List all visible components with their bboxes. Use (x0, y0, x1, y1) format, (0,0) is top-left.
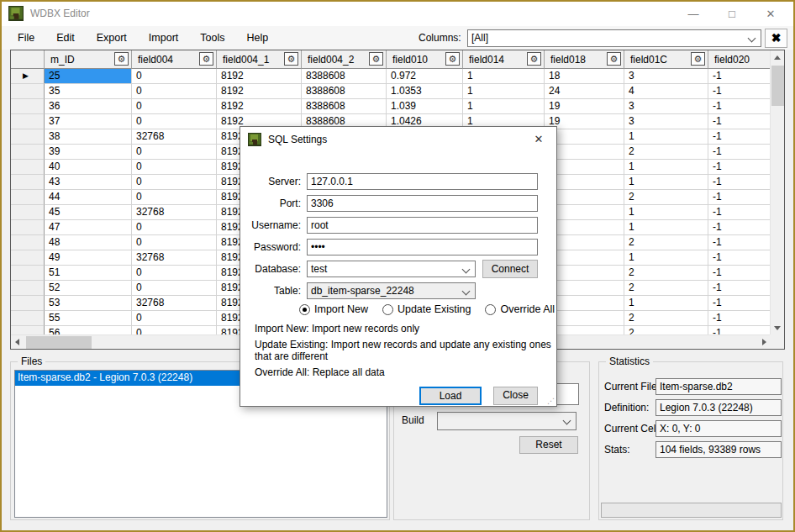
table-cell[interactable]: 39 (45, 145, 132, 160)
build-dropdown[interactable] (437, 412, 577, 430)
table-cell[interactable]: 0 (132, 175, 217, 190)
horizontal-scroll-thumb[interactable] (26, 336, 92, 349)
menu-item-tools[interactable]: Tools (189, 26, 235, 50)
menu-item-export[interactable]: Export (86, 26, 138, 50)
table-cell[interactable]: 8388608 (302, 99, 387, 114)
row-header-cell[interactable] (11, 296, 45, 311)
table-cell[interactable]: 0 (132, 145, 217, 160)
table-cell[interactable]: 19 (545, 99, 624, 114)
row-header-cell[interactable] (11, 190, 45, 205)
table-cell[interactable]: 43 (45, 175, 132, 190)
row-header-cell[interactable] (11, 311, 45, 326)
scroll-down-icon[interactable] (774, 326, 781, 330)
table-cell[interactable]: -1 (708, 160, 770, 175)
table-cell[interactable]: 0.972 (387, 69, 463, 84)
table-cell[interactable]: 3 (624, 69, 708, 84)
column-header-field004[interactable]: field004⚙ (132, 50, 217, 69)
dialog-close-button[interactable]: Close (493, 387, 538, 405)
row-header-cell[interactable] (11, 160, 45, 175)
table-cell[interactable]: 49 (45, 250, 132, 266)
username-field[interactable]: root (307, 217, 538, 234)
table-cell[interactable]: 2 (624, 266, 708, 281)
table-cell[interactable]: 4 (624, 84, 708, 99)
row-header-cell[interactable] (11, 99, 45, 114)
column-header-field004_2[interactable]: field004_2⚙ (302, 50, 387, 69)
table-cell[interactable]: -1 (708, 114, 770, 129)
table-cell[interactable]: -1 (708, 235, 770, 250)
password-field[interactable]: •••• (307, 239, 538, 255)
table-cell[interactable]: -1 (708, 99, 770, 114)
column-header-m_ID[interactable]: m_ID⚙ (45, 50, 132, 69)
table-cell[interactable]: 0 (132, 114, 217, 129)
table-cell[interactable]: 3 (624, 99, 708, 114)
table-cell[interactable]: 2 (624, 145, 708, 160)
table-cell[interactable]: 1 (463, 69, 545, 84)
table-cell[interactable]: 0 (132, 266, 217, 281)
menu-item-edit[interactable]: Edit (45, 26, 86, 50)
column-header-field020[interactable]: field020 (708, 50, 770, 69)
table-cell[interactable]: 32768 (132, 250, 217, 266)
table-cell[interactable]: -1 (708, 266, 770, 281)
table-cell[interactable]: 1 (624, 220, 708, 235)
table-cell[interactable]: -1 (708, 326, 770, 334)
scroll-left-icon[interactable] (15, 339, 19, 345)
column-header-field014[interactable]: field014⚙ (463, 50, 545, 69)
row-header-cell[interactable] (11, 175, 45, 190)
table-cell[interactable]: 35 (45, 84, 132, 99)
vertical-scrollbar[interactable] (770, 50, 784, 335)
table-cell[interactable]: 1 (624, 296, 708, 311)
resize-grip-icon[interactable]: ⋰ (547, 397, 555, 405)
row-header-cell[interactable] (11, 205, 45, 220)
table-cell[interactable]: 45 (45, 205, 132, 220)
table-cell[interactable]: 0 (132, 326, 217, 334)
table-cell[interactable]: 18 (545, 69, 624, 84)
table-cell[interactable]: 2 (624, 235, 708, 250)
column-settings-gear-icon[interactable]: ⚙ (691, 52, 705, 66)
table-cell[interactable]: 8192 (217, 99, 302, 114)
table-cell[interactable]: 51 (45, 266, 132, 281)
radio-update-existing[interactable]: Update Existing (382, 303, 471, 315)
row-header-cell[interactable] (11, 114, 45, 129)
table-cell[interactable]: 44 (45, 190, 132, 205)
table-cell[interactable]: -1 (708, 296, 770, 311)
table-cell[interactable]: 1 (463, 84, 545, 99)
table-cell[interactable]: -1 (708, 250, 770, 266)
table-cell[interactable]: -1 (708, 311, 770, 326)
column-header-field004_1[interactable]: field004_1⚙ (217, 50, 302, 69)
table-cell[interactable]: -1 (708, 175, 770, 190)
table-cell[interactable]: 0 (132, 235, 217, 250)
port-field[interactable]: 3306 (307, 195, 538, 212)
table-cell[interactable]: 38 (45, 129, 132, 145)
table-cell[interactable]: -1 (708, 205, 770, 220)
scroll-up-icon[interactable] (774, 55, 781, 60)
table-cell[interactable]: 1 (624, 175, 708, 190)
reset-button[interactable]: Reset (519, 436, 578, 454)
menu-item-file[interactable]: File (7, 26, 45, 50)
table-cell[interactable]: 2 (624, 311, 708, 326)
table-cell[interactable]: 0 (132, 281, 217, 296)
table-cell[interactable]: 32768 (132, 296, 217, 311)
server-field[interactable]: 127.0.0.1 (307, 173, 538, 190)
table-cell[interactable]: 1 (624, 160, 708, 175)
table-cell[interactable]: 0 (132, 84, 217, 99)
table-cell[interactable]: 2 (624, 281, 708, 296)
table-cell[interactable]: 1 (624, 129, 708, 145)
table-cell[interactable]: 48 (45, 235, 132, 250)
table-cell[interactable]: -1 (708, 190, 770, 205)
row-header-cell[interactable] (11, 250, 45, 266)
column-settings-gear-icon[interactable]: ⚙ (369, 52, 383, 66)
table-cell[interactable]: 8192 (217, 84, 302, 99)
row-header-cell[interactable] (11, 220, 45, 235)
column-settings-gear-icon[interactable]: ⚙ (607, 52, 621, 66)
scroll-right-icon[interactable] (762, 339, 766, 345)
table-cell[interactable]: 53 (45, 296, 132, 311)
table-cell[interactable]: -1 (708, 84, 770, 99)
menu-item-import[interactable]: Import (138, 26, 189, 50)
row-header-cell[interactable] (11, 84, 45, 99)
database-dropdown[interactable]: test (307, 261, 476, 277)
column-header-field01C[interactable]: field01C⚙ (624, 50, 708, 69)
radio-override-all[interactable]: Override All (485, 303, 555, 315)
table-cell[interactable]: -1 (708, 69, 770, 84)
table-cell[interactable]: 0 (132, 99, 217, 114)
table-cell[interactable]: 2 (624, 190, 708, 205)
